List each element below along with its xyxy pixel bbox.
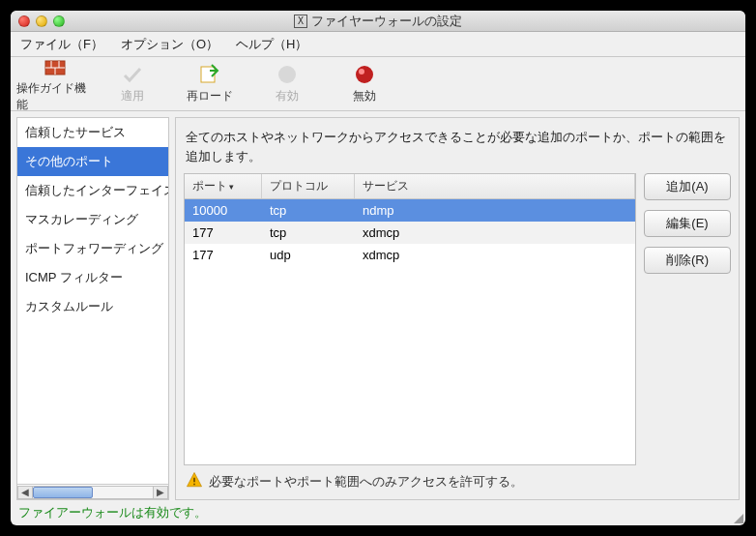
close-window-button[interactable] — [18, 15, 30, 27]
sidebar-item[interactable]: カスタムルール — [17, 292, 168, 321]
wizard-label: 操作ガイド機能 — [16, 80, 94, 113]
reload-icon — [198, 63, 221, 86]
edit-button[interactable]: 編集(E) — [644, 210, 731, 237]
status-bar: ファイアーウォールは有効です。 — [11, 502, 745, 525]
menu-options[interactable]: オプション（O） — [121, 36, 218, 53]
apply-label: 適用 — [121, 88, 144, 104]
svg-point-8 — [359, 69, 364, 74]
sidebar-item[interactable]: 信頼したインターフェイス — [17, 176, 168, 205]
enable-label: 有効 — [276, 88, 299, 104]
remove-button[interactable]: 削除(R) — [644, 247, 731, 274]
disable-button[interactable]: 無効 — [326, 63, 403, 104]
sidebar-item[interactable]: ポートフォワーディング — [17, 234, 168, 263]
wizard-button[interactable]: 操作ガイド機能 — [16, 55, 94, 113]
svg-rect-10 — [193, 484, 195, 486]
sidebar-item[interactable]: 信頼したサービス — [17, 118, 168, 147]
x11-icon: X — [294, 15, 307, 28]
table-row[interactable]: 10000tcpndmp — [185, 199, 635, 222]
description-text: 全てのホストやネットワークからアクセスできることが必要な追加のポートか、ポートの… — [184, 126, 731, 173]
titlebar: X ファイヤーウォールの設定 — [11, 11, 745, 32]
menu-help[interactable]: ヘルプ（H） — [236, 36, 307, 53]
minimize-window-button[interactable] — [36, 15, 47, 27]
sidebar-item[interactable]: ICMP フィルター — [17, 263, 168, 292]
apply-button: 適用 — [94, 63, 171, 104]
svg-point-6 — [278, 66, 296, 83]
svg-rect-9 — [193, 478, 195, 483]
table-row[interactable]: 177udpxdmcp — [185, 244, 635, 266]
sidebar-item[interactable]: その他のポート — [17, 147, 168, 176]
ports-table: ポート▾ プロトコル サービス 10000tcpndmp177tcpxdmcp1… — [184, 173, 636, 465]
toolbar: 操作ガイド機能 適用 再ロード 有効 無効 — [11, 57, 745, 111]
column-protocol[interactable]: プロトコル — [262, 174, 355, 198]
zoom-window-button[interactable] — [53, 15, 65, 27]
add-button[interactable]: 追加(A) — [644, 173, 731, 200]
column-service[interactable]: サービス — [355, 174, 635, 198]
table-row[interactable]: 177tcpxdmcp — [185, 222, 635, 244]
disable-icon — [353, 63, 376, 86]
sidebar: 信頼したサービスその他のポート信頼したインターフェイスマスカレーディングポートフ… — [16, 117, 169, 500]
warning-icon — [186, 471, 203, 491]
warning-row: 必要なポートやポート範囲へのみアクセスを許可する。 — [184, 465, 731, 491]
sidebar-scrollbar[interactable]: ◀ ▶ — [17, 484, 168, 499]
enable-button: 有効 — [248, 63, 326, 104]
reload-label: 再ロード — [187, 88, 233, 104]
warning-text: 必要なポートやポート範囲へのみアクセスを許可する。 — [209, 473, 523, 491]
window-title: X ファイヤーウォールの設定 — [65, 13, 691, 30]
check-icon — [121, 63, 144, 86]
sort-indicator-icon: ▾ — [229, 182, 234, 192]
menu-file[interactable]: ファイル（F） — [20, 36, 103, 53]
scroll-right-icon[interactable]: ▶ — [153, 486, 168, 499]
disable-label: 無効 — [353, 88, 376, 104]
enable-icon — [276, 63, 299, 86]
sidebar-item[interactable]: マスカレーディング — [17, 205, 168, 234]
firewall-icon — [44, 55, 67, 78]
menubar: ファイル（F） オプション（O） ヘルプ（H） — [11, 32, 745, 57]
column-port[interactable]: ポート▾ — [185, 174, 262, 198]
svg-point-7 — [356, 66, 373, 83]
scroll-left-icon[interactable]: ◀ — [17, 486, 33, 499]
reload-button[interactable]: 再ロード — [171, 63, 248, 104]
resize-handle[interactable] — [732, 512, 743, 523]
